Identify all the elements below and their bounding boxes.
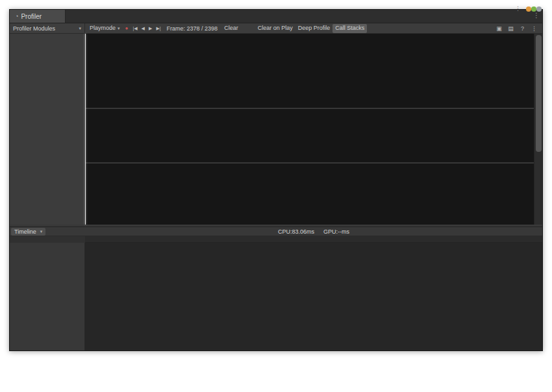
rendering-chart[interactable] [85,109,534,162]
rendering-plot [85,109,534,162]
memory-chart[interactable] [85,164,534,225]
timeline-body [10,243,542,350]
profiler-icon: ◔ [15,13,18,19]
window-controls: ⋮ [515,3,542,14]
cpu-usage-chart[interactable] [85,34,534,108]
profiler-window: ◔ Profiler ⋮ Profiler Modules ▾ Playmode… [9,9,543,351]
clear-button[interactable]: Clear [221,24,241,33]
previous-frame-button[interactable]: ◀ [140,24,147,33]
tab-label: Profiler [21,13,42,20]
chevron-down-icon: ▾ [40,229,43,234]
layout-icon[interactable]: ▤ [506,25,516,32]
next-frame-button[interactable]: ▶ [147,24,154,33]
kebab-menu-icon[interactable]: ⋮ [529,25,539,32]
selected-frame-indicator[interactable] [85,34,86,225]
profiler-modules-label: Profiler Modules [13,25,55,32]
tab-profiler[interactable]: ◔ Profiler [10,10,66,23]
profiler-modules-dropdown[interactable]: Profiler Modules ▾ [10,23,85,34]
window-maximize-button[interactable] [531,6,536,12]
timeline-view-label: Timeline [14,228,36,235]
profiler-main [10,34,542,225]
chevron-down-icon: ▾ [118,26,120,31]
expand-icon[interactable]: ▣ [494,25,504,32]
toolbar-right-icons: ▣ ▤ ? ⋮ [494,25,540,32]
chart-area[interactable] [85,34,534,225]
record-icon: ● [125,25,129,31]
timeline-view-dropdown[interactable]: Timeline ▾ [11,228,45,236]
titlebar: ◔ Profiler ⋮ [10,10,542,23]
playmode-dropdown[interactable]: Playmode▾ [87,24,123,33]
timeline-header: Timeline ▾ CPU:83.06ms GPU:--ms [10,227,542,236]
current-frame-button[interactable]: ▶| [154,24,162,33]
chart-scrollbar[interactable] [534,34,542,225]
timeline-ruler[interactable] [85,236,542,243]
window-control-dots [526,3,542,14]
topbar: Profiler Modules ▾ Playmode▾ ● |◀ ◀ ▶ ▶|… [10,23,542,34]
playmode-label: Playmode [90,25,116,31]
help-icon[interactable]: ? [518,25,527,32]
window-close-button[interactable] [536,6,542,12]
timeline-thread-labels [10,243,85,350]
deep-profile-toggle[interactable]: Deep Profile [295,24,333,33]
toolbar-toggle-group: Clear on Play Deep Profile Call Stacks [255,24,368,33]
chevron-down-icon: ▾ [79,26,81,31]
chart-scrollbar-thumb[interactable] [536,35,542,152]
timeline-panel: Timeline ▾ CPU:83.06ms GPU:--ms [10,227,542,350]
profiler-modules-panel [10,34,85,225]
window-minimize-button[interactable] [526,6,531,12]
memory-plot [85,164,534,225]
clear-on-play-toggle[interactable]: Clear on Play [255,24,295,33]
first-frame-button[interactable]: |◀ [131,24,139,33]
page-background: ⋮ ◔ Profiler ⋮ Profiler Modules ▾ Playmo… [0,0,552,392]
record-button[interactable]: ● [123,24,131,33]
cpu-usage-plot [85,34,534,108]
gpu-time-stat: GPU:--ms [323,227,349,236]
cpu-time-stat: CPU:83.06ms [278,227,314,236]
timeline-track[interactable] [85,243,542,350]
frame-counter: Frame: 2378 / 2398 [167,25,218,32]
timeline-stats: CPU:83.06ms GPU:--ms [85,227,542,236]
window-menu-icon[interactable]: ⋮ [515,5,521,12]
call-stacks-toggle[interactable]: Call Stacks [332,24,367,33]
profiler-toolbar: Playmode▾ ● |◀ ◀ ▶ ▶| Frame: 2378 / 2398… [85,23,542,34]
